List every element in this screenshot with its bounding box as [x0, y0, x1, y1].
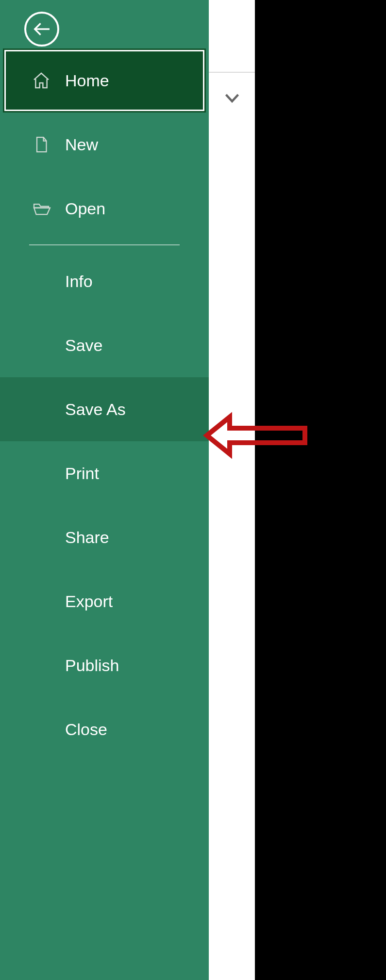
file-icon — [29, 135, 53, 154]
black-region — [255, 0, 386, 980]
menu-label: Open — [65, 199, 105, 218]
content-edge — [209, 0, 255, 980]
menu-label: Share — [65, 528, 109, 547]
menu-label: Export — [65, 592, 113, 611]
menu-label: Save — [65, 336, 103, 355]
menu-label: Print — [65, 464, 99, 483]
menu-item-save-as[interactable]: Save As — [0, 377, 209, 441]
menu-label: Home — [65, 71, 109, 90]
menu-item-export[interactable]: Export — [0, 569, 209, 633]
menu-label: Publish — [65, 656, 119, 675]
back-button[interactable] — [24, 12, 59, 47]
menu-label: New — [65, 135, 98, 154]
arrow-left-icon — [32, 19, 52, 39]
menu-item-home[interactable]: Home — [3, 48, 206, 112]
menu-item-new[interactable]: New — [0, 112, 209, 177]
menu-label: Close — [65, 720, 107, 739]
menu-item-publish[interactable]: Publish — [0, 633, 209, 697]
menu-label: Info — [65, 272, 93, 291]
home-icon — [29, 71, 53, 90]
folder-icon — [29, 200, 53, 217]
menu-item-open[interactable]: Open — [0, 177, 209, 241]
menu-label: Save As — [65, 400, 126, 419]
menu-item-share[interactable]: Share — [0, 505, 209, 569]
menu-item-save[interactable]: Save — [0, 313, 209, 377]
menu-item-close[interactable]: Close — [0, 697, 209, 761]
chevron-down-icon[interactable] — [224, 90, 240, 108]
backstage-panel: Home New Open Info Save Save As Print — [0, 0, 209, 980]
menu-item-info[interactable]: Info — [0, 249, 209, 313]
menu-divider — [29, 244, 180, 245]
menu-item-print[interactable]: Print — [0, 441, 209, 505]
